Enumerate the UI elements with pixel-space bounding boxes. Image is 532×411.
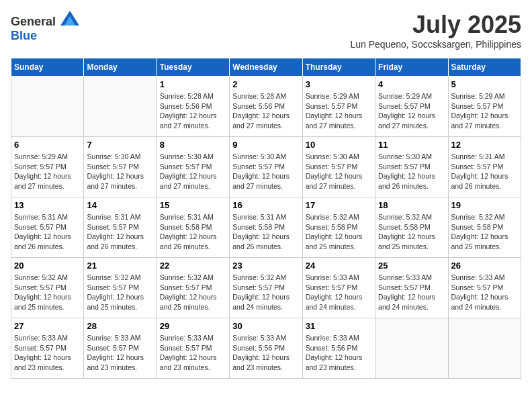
day-detail: Sunrise: 5:30 AM Sunset: 5:57 PM Dayligh…	[378, 152, 445, 191]
calendar-day-cell	[11, 77, 84, 137]
calendar: SundayMondayTuesdayWednesdayThursdayFrid…	[11, 58, 521, 379]
day-number: 1	[160, 79, 226, 89]
day-detail: Sunrise: 5:33 AM Sunset: 5:57 PM Dayligh…	[160, 333, 226, 373]
day-detail: Sunrise: 5:31 AM Sunset: 5:57 PM Dayligh…	[14, 212, 81, 252]
day-number: 22	[160, 261, 226, 271]
day-number: 16	[232, 200, 299, 210]
day-number: 8	[160, 140, 226, 150]
day-detail: Sunrise: 5:29 AM Sunset: 5:57 PM Dayligh…	[14, 152, 81, 191]
day-number: 6	[14, 140, 81, 150]
month-title: July 2025	[350, 11, 521, 39]
day-number: 5	[451, 79, 518, 89]
weekday-header-cell: Wednesday	[230, 58, 302, 77]
weekday-header-cell: Friday	[375, 58, 448, 77]
logo-icon	[60, 11, 79, 26]
calendar-day-cell	[375, 318, 448, 379]
logo-general: General	[11, 15, 56, 28]
calendar-day-cell: 16Sunrise: 5:31 AM Sunset: 5:58 PM Dayli…	[230, 197, 302, 258]
day-number: 7	[87, 140, 153, 150]
day-number: 30	[232, 321, 299, 331]
location-title: Lun Pequeno, Soccsksargen, Philippines	[350, 39, 521, 50]
calendar-day-cell: 17Sunrise: 5:32 AM Sunset: 5:58 PM Dayli…	[302, 197, 375, 258]
weekday-header-cell: Saturday	[448, 58, 521, 77]
day-number: 10	[306, 140, 372, 150]
calendar-day-cell: 1Sunrise: 5:28 AM Sunset: 5:56 PM Daylig…	[157, 77, 229, 137]
day-number: 21	[87, 261, 153, 271]
day-number: 18	[378, 200, 445, 210]
day-number: 3	[306, 79, 372, 89]
calendar-day-cell: 9Sunrise: 5:30 AM Sunset: 5:57 PM Daylig…	[230, 137, 302, 197]
day-detail: Sunrise: 5:32 AM Sunset: 5:58 PM Dayligh…	[306, 212, 372, 252]
day-number: 19	[451, 200, 518, 210]
calendar-day-cell: 6Sunrise: 5:29 AM Sunset: 5:57 PM Daylig…	[11, 137, 84, 197]
day-detail: Sunrise: 5:33 AM Sunset: 5:56 PM Dayligh…	[306, 333, 372, 373]
calendar-day-cell: 30Sunrise: 5:33 AM Sunset: 5:56 PM Dayli…	[230, 318, 302, 379]
calendar-day-cell: 28Sunrise: 5:33 AM Sunset: 5:57 PM Dayli…	[84, 318, 157, 379]
calendar-day-cell: 15Sunrise: 5:31 AM Sunset: 5:58 PM Dayli…	[157, 197, 229, 258]
day-detail: Sunrise: 5:31 AM Sunset: 5:58 PM Dayligh…	[232, 212, 299, 252]
calendar-day-cell: 27Sunrise: 5:33 AM Sunset: 5:57 PM Dayli…	[11, 318, 84, 379]
calendar-day-cell: 29Sunrise: 5:33 AM Sunset: 5:57 PM Dayli…	[157, 318, 229, 379]
day-number: 12	[451, 140, 518, 150]
calendar-day-cell: 3Sunrise: 5:29 AM Sunset: 5:57 PM Daylig…	[302, 77, 375, 137]
calendar-week-row: 6Sunrise: 5:29 AM Sunset: 5:57 PM Daylig…	[11, 137, 521, 197]
calendar-day-cell: 22Sunrise: 5:32 AM Sunset: 5:57 PM Dayli…	[157, 258, 229, 318]
day-number: 26	[451, 261, 518, 271]
day-detail: Sunrise: 5:29 AM Sunset: 5:57 PM Dayligh…	[306, 91, 372, 131]
calendar-week-row: 1Sunrise: 5:28 AM Sunset: 5:56 PM Daylig…	[11, 77, 521, 137]
day-detail: Sunrise: 5:30 AM Sunset: 5:57 PM Dayligh…	[87, 152, 153, 191]
day-number: 9	[232, 140, 299, 150]
calendar-day-cell	[84, 77, 157, 137]
calendar-day-cell: 18Sunrise: 5:32 AM Sunset: 5:58 PM Dayli…	[375, 197, 448, 258]
day-number: 23	[232, 261, 299, 271]
calendar-day-cell	[448, 318, 521, 379]
weekday-header-cell: Sunday	[11, 58, 84, 77]
calendar-week-row: 13Sunrise: 5:31 AM Sunset: 5:57 PM Dayli…	[11, 197, 521, 258]
day-detail: Sunrise: 5:30 AM Sunset: 5:57 PM Dayligh…	[306, 152, 372, 191]
calendar-day-cell: 23Sunrise: 5:32 AM Sunset: 5:57 PM Dayli…	[230, 258, 302, 318]
calendar-day-cell: 20Sunrise: 5:32 AM Sunset: 5:57 PM Dayli…	[11, 258, 84, 318]
day-detail: Sunrise: 5:33 AM Sunset: 5:57 PM Dayligh…	[87, 333, 153, 373]
day-detail: Sunrise: 5:29 AM Sunset: 5:57 PM Dayligh…	[378, 91, 445, 131]
day-number: 24	[306, 261, 372, 271]
day-detail: Sunrise: 5:28 AM Sunset: 5:56 PM Dayligh…	[232, 91, 299, 131]
logo-text: General Blue	[11, 11, 79, 43]
calendar-day-cell: 24Sunrise: 5:33 AM Sunset: 5:57 PM Dayli…	[302, 258, 375, 318]
day-number: 2	[232, 79, 299, 89]
calendar-day-cell: 26Sunrise: 5:33 AM Sunset: 5:57 PM Dayli…	[448, 258, 521, 318]
day-detail: Sunrise: 5:33 AM Sunset: 5:56 PM Dayligh…	[232, 333, 299, 373]
calendar-day-cell: 4Sunrise: 5:29 AM Sunset: 5:57 PM Daylig…	[375, 77, 448, 137]
day-number: 20	[14, 261, 81, 271]
calendar-day-cell: 11Sunrise: 5:30 AM Sunset: 5:57 PM Dayli…	[375, 137, 448, 197]
day-detail: Sunrise: 5:32 AM Sunset: 5:57 PM Dayligh…	[232, 273, 299, 312]
title-area: July 2025 Lun Pequeno, Soccsksargen, Phi…	[350, 11, 521, 50]
logo-blue: Blue	[11, 29, 37, 42]
day-detail: Sunrise: 5:32 AM Sunset: 5:57 PM Dayligh…	[87, 273, 153, 312]
day-detail: Sunrise: 5:32 AM Sunset: 5:58 PM Dayligh…	[451, 212, 518, 252]
day-detail: Sunrise: 5:31 AM Sunset: 5:57 PM Dayligh…	[451, 152, 518, 191]
calendar-body: 1Sunrise: 5:28 AM Sunset: 5:56 PM Daylig…	[11, 77, 521, 379]
weekday-header-cell: Monday	[84, 58, 157, 77]
calendar-day-cell: 14Sunrise: 5:31 AM Sunset: 5:57 PM Dayli…	[84, 197, 157, 258]
logo: General Blue	[11, 11, 79, 43]
day-number: 14	[87, 200, 153, 210]
day-number: 13	[14, 200, 81, 210]
calendar-week-row: 20Sunrise: 5:32 AM Sunset: 5:57 PM Dayli…	[11, 258, 521, 318]
day-number: 27	[14, 321, 81, 331]
day-detail: Sunrise: 5:32 AM Sunset: 5:57 PM Dayligh…	[14, 273, 81, 312]
day-detail: Sunrise: 5:32 AM Sunset: 5:57 PM Dayligh…	[160, 273, 226, 312]
day-number: 11	[378, 140, 445, 150]
calendar-day-cell: 10Sunrise: 5:30 AM Sunset: 5:57 PM Dayli…	[302, 137, 375, 197]
day-detail: Sunrise: 5:31 AM Sunset: 5:58 PM Dayligh…	[160, 212, 226, 252]
day-detail: Sunrise: 5:33 AM Sunset: 5:57 PM Dayligh…	[14, 333, 81, 373]
weekday-header-cell: Thursday	[302, 58, 375, 77]
weekday-header-cell: Tuesday	[157, 58, 229, 77]
weekday-header-row: SundayMondayTuesdayWednesdayThursdayFrid…	[11, 58, 521, 77]
day-detail: Sunrise: 5:33 AM Sunset: 5:57 PM Dayligh…	[451, 273, 518, 312]
day-number: 25	[378, 261, 445, 271]
day-detail: Sunrise: 5:28 AM Sunset: 5:56 PM Dayligh…	[160, 91, 226, 131]
day-detail: Sunrise: 5:33 AM Sunset: 5:57 PM Dayligh…	[306, 273, 372, 312]
header: General Blue July 2025 Lun Pequeno, Socc…	[11, 11, 521, 50]
day-number: 31	[306, 321, 372, 331]
calendar-day-cell: 12Sunrise: 5:31 AM Sunset: 5:57 PM Dayli…	[448, 137, 521, 197]
